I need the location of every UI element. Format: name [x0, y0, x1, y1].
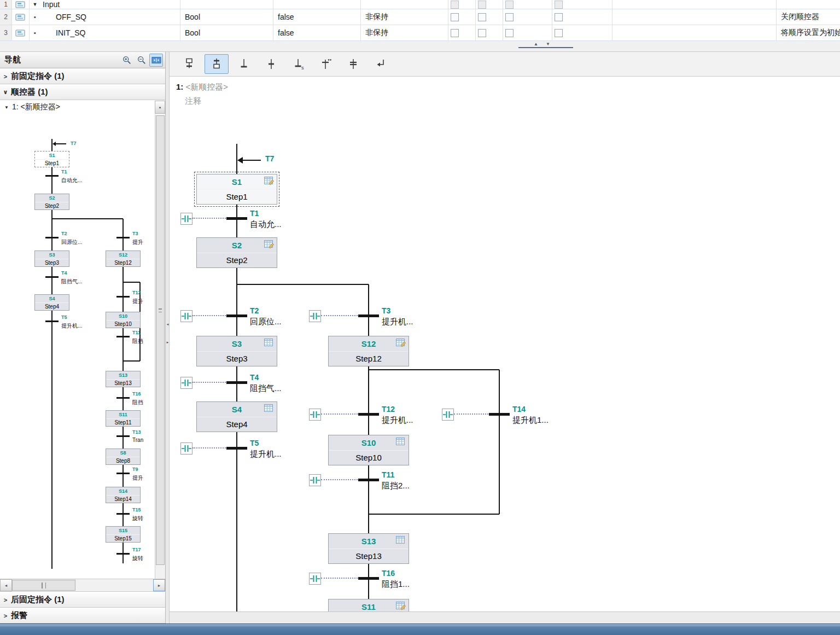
checkbox[interactable]	[505, 29, 514, 37]
transition-condition-icon[interactable]	[442, 409, 454, 421]
close-branch-button[interactable]	[369, 54, 393, 74]
checkbox[interactable]	[478, 13, 486, 21]
insert-transition-button[interactable]	[259, 54, 283, 74]
zoom-in-button[interactable]	[120, 54, 133, 67]
retain-cell[interactable]: 非保持	[361, 9, 448, 25]
sfc-chart-canvas[interactable]: 1: <新顺控器> 注释 T7T1自动允...T2回原位...T3提升机...T…	[170, 77, 840, 611]
checkbox[interactable]	[451, 1, 459, 9]
sfc-transition-bar[interactable]	[358, 479, 379, 481]
transition-condition-icon[interactable]	[180, 377, 192, 389]
retain-cell[interactable]	[361, 0, 448, 9]
table-row-init-sq[interactable]: 3 ▪ INIT_SQ Bool false 非保持 将顺序设置为初始状	[0, 25, 840, 41]
sfc-transition-bar[interactable]	[116, 336, 130, 337]
section-post-instructions[interactable]: > 后固定指令 (1)	[0, 592, 165, 608]
overview-horizontal-scrollbar[interactable]: ◄ ►	[0, 579, 165, 592]
transition-condition-icon[interactable]	[180, 213, 192, 225]
sfc-step[interactable]: S1Step1	[34, 151, 69, 167]
data-type-cell[interactable]: Bool	[180, 25, 273, 40]
insert-step-with-supervision-button[interactable]: s	[287, 54, 311, 74]
sfc-step[interactable]: S4Step4	[196, 401, 277, 432]
transition-condition-icon[interactable]	[309, 409, 321, 421]
sfc-step[interactable]: S10Step10	[328, 435, 409, 465]
sfc-transition-bar[interactable]	[116, 296, 130, 298]
sfc-step[interactable]: S1Step1	[196, 174, 277, 205]
sfc-step[interactable]: S4Step4	[34, 294, 69, 311]
default-value-cell[interactable]: false	[273, 25, 361, 40]
scrollbar-thumb[interactable]	[156, 115, 165, 565]
insert-step-and-transition-button[interactable]	[177, 54, 201, 74]
comment-cell[interactable]	[777, 0, 840, 9]
sfc-transition-bar[interactable]	[226, 381, 247, 384]
sfc-step[interactable]: S12Step12	[328, 336, 409, 366]
expand-arrow-icon[interactable]: ▼	[30, 0, 40, 9]
comment-cell[interactable]: 关闭顺控器	[777, 9, 840, 25]
splitter-collapse-control[interactable]: ▲▼	[518, 42, 573, 48]
step-actions-icon[interactable]	[264, 339, 274, 348]
insert-step-button[interactable]	[232, 54, 256, 74]
sfc-step[interactable]: S12Step12	[106, 250, 141, 267]
open-alternative-branch-button[interactable]	[314, 54, 338, 74]
tag-name-cell[interactable]: Input	[40, 0, 180, 9]
sfc-transition-bar[interactable]	[116, 553, 130, 555]
sfc-step[interactable]: S3Step3	[196, 336, 277, 366]
checkbox[interactable]	[555, 29, 563, 37]
sfc-transition-bar[interactable]	[226, 217, 247, 220]
scrollbar-grip[interactable]	[42, 582, 46, 589]
sfc-transition-bar[interactable]	[45, 276, 59, 278]
overview-vertical-scrollbar[interactable]	[155, 114, 165, 579]
transition-condition-icon[interactable]	[309, 474, 321, 486]
checkbox[interactable]	[505, 1, 514, 9]
section-alarms[interactable]: > 报警	[0, 608, 165, 624]
insert-transition-and-step-button[interactable]	[205, 54, 229, 74]
table-row-off-sq[interactable]: 2 ▪ OFF_SQ Bool false 非保持 关闭顺控器	[0, 9, 840, 25]
sequencer-comment[interactable]: 注释	[185, 96, 201, 107]
step-actions-icon[interactable]	[264, 404, 274, 414]
splitter-handle[interactable]	[518, 47, 573, 48]
scrollbar-grip[interactable]	[159, 308, 162, 312]
sfc-step[interactable]: S2Step2	[34, 194, 69, 210]
sfc-step[interactable]: S11Step11	[106, 410, 141, 427]
splitter-expand-icon[interactable]: ►	[166, 341, 170, 344]
sfc-step[interactable]: S15Step15	[106, 526, 141, 543]
transition-condition-icon[interactable]	[309, 310, 321, 322]
sfc-transition-bar[interactable]	[116, 473, 130, 474]
step-actions-icon[interactable]	[396, 438, 406, 447]
sequence-overview[interactable]: T7T1自动允...T2回原位...T3提升T4阻挡气...T12提升T5提升机…	[0, 114, 165, 579]
data-type-cell[interactable]	[180, 0, 273, 9]
sfc-transition-bar[interactable]	[45, 175, 59, 177]
step-actions-icon[interactable]	[396, 602, 406, 611]
sfc-step[interactable]: S14Step14	[106, 487, 141, 503]
transition-condition-icon[interactable]	[180, 310, 192, 322]
step-actions-icon[interactable]	[264, 240, 274, 250]
tag-name-cell[interactable]: INIT_SQ	[40, 25, 180, 40]
sequencer-tree-item[interactable]: ▼ 1: <新顺控器> ▲	[0, 100, 165, 114]
zoom-out-button[interactable]	[135, 54, 148, 67]
collapse-up-icon[interactable]: ▲	[534, 42, 546, 46]
tag-name-cell[interactable]: OFF_SQ	[40, 9, 180, 25]
table-editor-splitter[interactable]: ▲▼	[0, 41, 840, 52]
section-sequencers[interactable]: ∨ 顺控器 (1)	[0, 84, 165, 100]
data-type-cell[interactable]: Bool	[180, 9, 273, 25]
retain-cell[interactable]: 非保持	[361, 25, 448, 40]
scroll-left-button[interactable]: ◄	[0, 579, 12, 591]
sfc-transition-bar[interactable]	[358, 314, 379, 317]
open-simultaneous-branch-button[interactable]	[341, 54, 365, 74]
default-value-cell[interactable]	[273, 0, 361, 9]
sfc-transition-bar[interactable]	[358, 413, 379, 416]
sfc-step[interactable]: S13Step13	[106, 371, 141, 387]
comment-cell[interactable]: 将顺序设置为初始状	[777, 25, 840, 40]
step-actions-icon[interactable]	[264, 177, 274, 187]
step-actions-icon[interactable]	[396, 339, 406, 348]
default-value-cell[interactable]: false	[273, 9, 361, 25]
sfc-transition-bar[interactable]	[116, 513, 130, 515]
sfc-transition-bar[interactable]	[45, 321, 59, 322]
tree-expand-icon[interactable]: ▼	[4, 105, 9, 110]
panel-splitter[interactable]: ◄ ►	[166, 52, 170, 624]
step-actions-icon[interactable]	[396, 536, 406, 546]
sfc-transition-bar[interactable]	[116, 237, 130, 238]
transition-condition-icon[interactable]	[309, 573, 321, 585]
sfc-transition-bar[interactable]	[45, 237, 59, 238]
collapse-down-icon[interactable]: ▼	[546, 42, 558, 46]
checkbox[interactable]	[478, 1, 486, 9]
sfc-step[interactable]: S2Step2	[196, 237, 277, 268]
